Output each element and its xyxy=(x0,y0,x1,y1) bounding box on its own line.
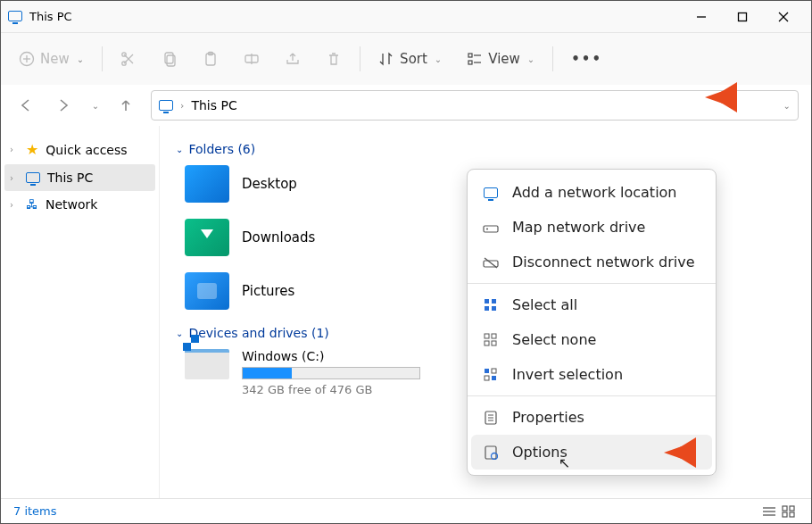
forward-button[interactable] xyxy=(51,97,76,113)
menu-item-label: Invert selection xyxy=(512,366,623,383)
rename-icon xyxy=(244,51,260,67)
options-icon xyxy=(482,445,500,460)
svg-point-8 xyxy=(122,53,126,56)
trash-icon xyxy=(326,51,342,67)
more-button[interactable]: ••• xyxy=(564,46,609,72)
svg-point-22 xyxy=(486,228,488,229)
separator xyxy=(360,46,360,71)
star-icon: ★ xyxy=(26,141,38,158)
plus-circle-icon xyxy=(19,51,35,67)
new-button[interactable]: New ⌄ xyxy=(12,46,91,72)
svg-rect-1 xyxy=(739,12,747,21)
menu-separator xyxy=(468,283,716,284)
share-button[interactable] xyxy=(278,46,308,72)
tiles-view-button[interactable] xyxy=(779,505,799,518)
annotation-arrow-icon xyxy=(660,437,696,468)
rename-button[interactable] xyxy=(236,46,267,72)
minimize-button[interactable] xyxy=(681,1,722,33)
body: › ★ Quick access › This PC › 🖧 Network ⌄… xyxy=(1,126,811,498)
recent-button[interactable]: ⌄ xyxy=(88,101,101,111)
folder-label: Pictures xyxy=(242,283,294,299)
menu-item-disconnect-network-drive[interactable]: Disconnect network drive xyxy=(468,245,716,279)
svg-rect-21 xyxy=(484,226,498,232)
sort-icon xyxy=(378,51,394,67)
view-icon xyxy=(467,51,483,67)
menu-item-label: Properties xyxy=(512,409,584,426)
delete-button[interactable] xyxy=(319,46,349,72)
chevron-down-icon: ⌄ xyxy=(77,54,84,64)
share-icon xyxy=(285,51,301,67)
toolbar: New ⌄ Sort ⌄ View ⌄ ••• xyxy=(1,33,811,85)
menu-item-options[interactable]: Options ↖ xyxy=(471,435,712,470)
svg-rect-25 xyxy=(485,299,489,304)
up-button[interactable] xyxy=(113,97,138,113)
chevron-right-icon: › xyxy=(10,173,19,183)
folder-label: Desktop xyxy=(242,176,297,192)
select-none-icon xyxy=(482,333,500,347)
sidebar-item-network[interactable]: › 🖧 Network xyxy=(1,191,159,218)
svg-rect-27 xyxy=(485,306,489,311)
svg-marker-20 xyxy=(705,91,723,104)
sidebar-item-this-pc[interactable]: › This PC xyxy=(4,164,155,191)
menu-item-map-network-drive[interactable]: Map network drive xyxy=(468,210,716,245)
svg-rect-28 xyxy=(492,306,496,311)
maximize-button[interactable] xyxy=(722,1,763,33)
svg-rect-50 xyxy=(783,512,787,517)
monitor-icon xyxy=(8,8,22,25)
svg-rect-31 xyxy=(485,341,489,345)
select-all-icon xyxy=(482,298,500,312)
separator xyxy=(102,46,103,71)
folders-group-header[interactable]: ⌄ Folders (6) xyxy=(176,142,795,156)
sidebar-item-label: This PC xyxy=(47,171,93,185)
svg-rect-15 xyxy=(468,54,472,57)
close-button[interactable] xyxy=(763,1,804,33)
chevron-right-icon: › xyxy=(180,100,184,112)
monitor-icon xyxy=(159,100,173,111)
copy-icon xyxy=(162,51,178,67)
group-header-label: Devices and drives (1) xyxy=(188,326,328,340)
status-bar: 7 items xyxy=(1,498,811,523)
ellipsis-icon: ••• xyxy=(571,51,602,67)
details-view-button[interactable] xyxy=(759,505,779,518)
svg-rect-51 xyxy=(790,512,794,517)
menu-item-add-network-location[interactable]: Add a network location xyxy=(468,175,716,210)
chevron-down-icon: ⌄ xyxy=(176,145,183,154)
sidebar-item-quick-access[interactable]: › ★ Quick access xyxy=(1,135,159,164)
properties-icon xyxy=(482,411,500,425)
group-header-label: Folders (6) xyxy=(188,142,255,156)
menu-item-select-all[interactable]: Select all xyxy=(468,287,716,322)
sidebar-item-label: Quick access xyxy=(46,143,127,157)
chevron-right-icon: › xyxy=(10,145,19,154)
menu-item-properties[interactable]: Properties xyxy=(468,400,716,435)
folder-icon xyxy=(185,165,229,203)
menu-item-select-none[interactable]: Select none xyxy=(468,322,716,357)
menu-item-label: Disconnect network drive xyxy=(512,254,695,270)
cut-button[interactable] xyxy=(113,46,144,72)
svg-rect-35 xyxy=(485,376,489,380)
svg-rect-29 xyxy=(485,334,489,338)
scissors-icon xyxy=(120,51,137,67)
drive-usage-bar xyxy=(242,367,420,379)
back-button[interactable] xyxy=(13,97,38,113)
chevron-right-icon: › xyxy=(10,200,19,210)
folder-label: Downloads xyxy=(242,229,315,245)
sort-button[interactable]: Sort ⌄ xyxy=(371,46,449,72)
menu-item-label: Add a network location xyxy=(512,184,677,201)
drive-label: Windows (C:) xyxy=(242,349,420,363)
menu-item-invert-selection[interactable]: Invert selection xyxy=(468,357,716,392)
svg-rect-30 xyxy=(492,334,496,338)
folder-icon xyxy=(185,219,229,256)
view-button[interactable]: View ⌄ xyxy=(460,46,542,72)
annotation-arrow-icon xyxy=(701,82,737,112)
svg-marker-44 xyxy=(664,446,682,459)
menu-item-label: Select all xyxy=(512,296,577,313)
address-text: This PC xyxy=(191,98,236,112)
monitor-icon xyxy=(26,172,40,183)
paste-button[interactable] xyxy=(195,46,226,72)
svg-point-7 xyxy=(122,62,126,65)
more-menu: Add a network location Map network drive… xyxy=(467,169,717,476)
menu-item-label: Map network drive xyxy=(512,219,645,236)
svg-rect-32 xyxy=(492,341,496,345)
copy-button[interactable] xyxy=(154,46,185,72)
svg-rect-36 xyxy=(492,376,496,380)
